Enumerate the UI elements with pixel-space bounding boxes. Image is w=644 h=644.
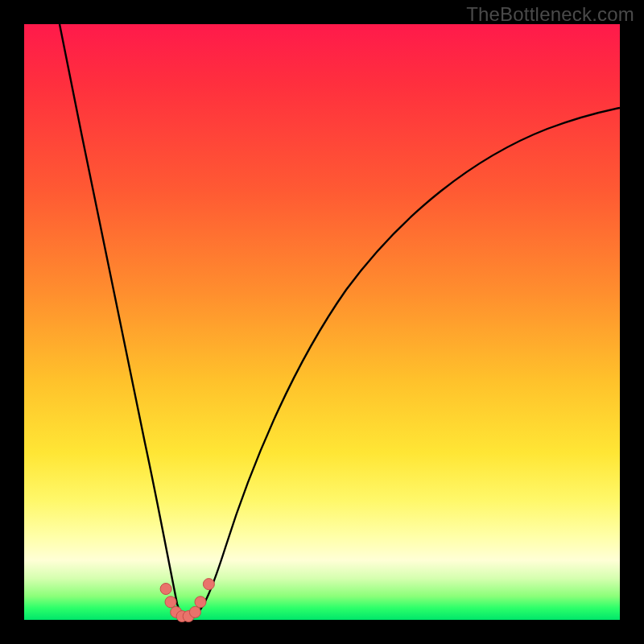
- trough-marker: [165, 597, 176, 608]
- bottleneck-curve: [24, 24, 620, 620]
- trough-marker: [189, 606, 200, 617]
- plot-area: [24, 24, 620, 620]
- curve-left: [60, 24, 185, 617]
- curve-right: [193, 108, 620, 617]
- watermark-text: TheBottleneck.com: [466, 3, 634, 26]
- trough-marker: [195, 597, 206, 608]
- trough-marker: [160, 584, 171, 595]
- trough-marker: [203, 579, 214, 590]
- chart-frame: TheBottleneck.com: [0, 0, 644, 644]
